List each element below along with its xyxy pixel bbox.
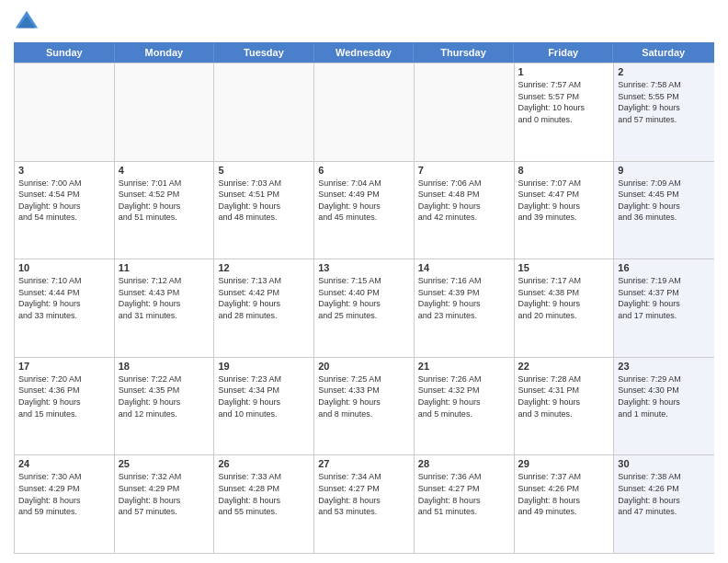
cell-content: Sunrise: 7:10 AM Sunset: 4:44 PM Dayligh… — [18, 275, 110, 321]
calendar-cell-24: 24Sunrise: 7:30 AM Sunset: 4:29 PM Dayli… — [15, 455, 115, 553]
calendar-cell-6: 6Sunrise: 7:04 AM Sunset: 4:49 PM Daylig… — [314, 162, 415, 259]
day-number: 10 — [18, 262, 110, 273]
day-number: 23 — [618, 361, 711, 372]
calendar-cell-20: 20Sunrise: 7:25 AM Sunset: 4:33 PM Dayli… — [314, 358, 415, 455]
calendar-cell-empty — [115, 63, 215, 161]
cell-content: Sunrise: 7:09 AM Sunset: 4:45 PM Dayligh… — [618, 178, 711, 224]
cell-content: Sunrise: 7:06 AM Sunset: 4:48 PM Dayligh… — [418, 178, 510, 224]
day-number: 4 — [119, 165, 210, 176]
page: SundayMondayTuesdayWednesdayThursdayFrid… — [0, 0, 728, 563]
cell-content: Sunrise: 7:16 AM Sunset: 4:39 PM Dayligh… — [418, 275, 510, 321]
calendar-cell-28: 28Sunrise: 7:36 AM Sunset: 4:27 PM Dayli… — [415, 455, 515, 553]
cell-content: Sunrise: 7:58 AM Sunset: 5:55 PM Dayligh… — [618, 79, 711, 125]
cell-content: Sunrise: 7:03 AM Sunset: 4:51 PM Dayligh… — [218, 178, 310, 224]
day-number: 21 — [418, 361, 510, 372]
header-day-tuesday: Tuesday — [214, 43, 314, 62]
cell-content: Sunrise: 7:33 AM Sunset: 4:28 PM Dayligh… — [218, 471, 310, 517]
day-number: 25 — [119, 458, 210, 469]
day-number: 20 — [318, 361, 410, 372]
calendar-cell-29: 29Sunrise: 7:37 AM Sunset: 4:26 PM Dayli… — [515, 455, 615, 553]
calendar-row-2: 3Sunrise: 7:00 AM Sunset: 4:54 PM Daylig… — [15, 161, 714, 259]
day-number: 11 — [119, 262, 210, 273]
cell-content: Sunrise: 7:32 AM Sunset: 4:29 PM Dayligh… — [119, 471, 210, 517]
calendar-cell-empty — [214, 63, 314, 161]
calendar-cell-26: 26Sunrise: 7:33 AM Sunset: 4:28 PM Dayli… — [214, 455, 314, 553]
day-number: 28 — [418, 458, 510, 469]
day-number: 5 — [218, 165, 310, 176]
day-number: 7 — [418, 165, 510, 176]
cell-content: Sunrise: 7:25 AM Sunset: 4:33 PM Dayligh… — [318, 373, 410, 419]
day-number: 18 — [119, 361, 210, 372]
day-number: 12 — [218, 262, 310, 273]
header-day-sunday: Sunday — [15, 43, 115, 62]
calendar-cell-14: 14Sunrise: 7:16 AM Sunset: 4:39 PM Dayli… — [415, 259, 515, 357]
calendar-cell-empty — [314, 63, 415, 161]
header-day-monday: Monday — [115, 43, 215, 62]
calendar-cell-11: 11Sunrise: 7:12 AM Sunset: 4:43 PM Dayli… — [115, 259, 215, 357]
calendar-cell-25: 25Sunrise: 7:32 AM Sunset: 4:29 PM Dayli… — [115, 455, 215, 553]
logo-icon — [14, 9, 40, 35]
day-number: 15 — [518, 262, 610, 273]
cell-content: Sunrise: 7:01 AM Sunset: 4:52 PM Dayligh… — [119, 178, 210, 224]
header — [14, 9, 714, 35]
calendar-cell-16: 16Sunrise: 7:19 AM Sunset: 4:37 PM Dayli… — [614, 259, 714, 357]
calendar-cell-17: 17Sunrise: 7:20 AM Sunset: 4:36 PM Dayli… — [15, 358, 115, 455]
cell-content: Sunrise: 7:23 AM Sunset: 4:34 PM Dayligh… — [218, 373, 310, 419]
day-number: 24 — [18, 458, 110, 469]
cell-content: Sunrise: 7:37 AM Sunset: 4:26 PM Dayligh… — [518, 471, 610, 517]
calendar-cell-19: 19Sunrise: 7:23 AM Sunset: 4:34 PM Dayli… — [214, 358, 314, 455]
calendar-cell-empty — [15, 63, 115, 161]
calendar-cell-22: 22Sunrise: 7:28 AM Sunset: 4:31 PM Dayli… — [515, 358, 615, 455]
cell-content: Sunrise: 7:12 AM Sunset: 4:43 PM Dayligh… — [119, 275, 210, 321]
day-number: 29 — [518, 458, 610, 469]
day-number: 3 — [18, 165, 110, 176]
calendar-cell-13: 13Sunrise: 7:15 AM Sunset: 4:40 PM Dayli… — [314, 259, 415, 357]
cell-content: Sunrise: 7:57 AM Sunset: 5:57 PM Dayligh… — [518, 79, 610, 125]
day-number: 2 — [618, 66, 711, 77]
calendar-cell-18: 18Sunrise: 7:22 AM Sunset: 4:35 PM Dayli… — [115, 358, 215, 455]
day-number: 6 — [318, 165, 410, 176]
calendar-header: SundayMondayTuesdayWednesdayThursdayFrid… — [14, 42, 714, 63]
header-day-saturday: Saturday — [613, 43, 713, 62]
cell-content: Sunrise: 7:22 AM Sunset: 4:35 PM Dayligh… — [119, 373, 210, 419]
cell-content: Sunrise: 7:20 AM Sunset: 4:36 PM Dayligh… — [18, 373, 110, 419]
cell-content: Sunrise: 7:04 AM Sunset: 4:49 PM Dayligh… — [318, 178, 410, 224]
header-day-wednesday: Wednesday — [314, 43, 415, 62]
calendar-cell-4: 4Sunrise: 7:01 AM Sunset: 4:52 PM Daylig… — [115, 162, 215, 259]
day-number: 16 — [618, 262, 711, 273]
calendar-row-1: 1Sunrise: 7:57 AM Sunset: 5:57 PM Daylig… — [15, 63, 714, 161]
day-number: 26 — [218, 458, 310, 469]
cell-content: Sunrise: 7:17 AM Sunset: 4:38 PM Dayligh… — [518, 275, 610, 321]
calendar-cell-30: 30Sunrise: 7:38 AM Sunset: 4:26 PM Dayli… — [614, 455, 714, 553]
day-number: 9 — [618, 165, 711, 176]
calendar-cell-8: 8Sunrise: 7:07 AM Sunset: 4:47 PM Daylig… — [515, 162, 615, 259]
calendar-cell-1: 1Sunrise: 7:57 AM Sunset: 5:57 PM Daylig… — [515, 63, 615, 161]
calendar-cell-9: 9Sunrise: 7:09 AM Sunset: 4:45 PM Daylig… — [614, 162, 714, 259]
logo — [14, 9, 43, 35]
day-number: 27 — [318, 458, 410, 469]
calendar-cell-empty — [415, 63, 515, 161]
cell-content: Sunrise: 7:15 AM Sunset: 4:40 PM Dayligh… — [318, 275, 410, 321]
day-number: 19 — [218, 361, 310, 372]
calendar-cell-7: 7Sunrise: 7:06 AM Sunset: 4:48 PM Daylig… — [415, 162, 515, 259]
calendar: SundayMondayTuesdayWednesdayThursdayFrid… — [14, 42, 714, 554]
day-number: 17 — [18, 361, 110, 372]
calendar-row-3: 10Sunrise: 7:10 AM Sunset: 4:44 PM Dayli… — [15, 259, 714, 357]
day-number: 30 — [618, 458, 711, 469]
day-number: 14 — [418, 262, 510, 273]
cell-content: Sunrise: 7:38 AM Sunset: 4:26 PM Dayligh… — [618, 471, 711, 517]
day-number: 8 — [518, 165, 610, 176]
cell-content: Sunrise: 7:00 AM Sunset: 4:54 PM Dayligh… — [18, 178, 110, 224]
day-number: 13 — [318, 262, 410, 273]
cell-content: Sunrise: 7:13 AM Sunset: 4:42 PM Dayligh… — [218, 275, 310, 321]
cell-content: Sunrise: 7:34 AM Sunset: 4:27 PM Dayligh… — [318, 471, 410, 517]
calendar-row-4: 17Sunrise: 7:20 AM Sunset: 4:36 PM Dayli… — [15, 357, 714, 455]
calendar-cell-21: 21Sunrise: 7:26 AM Sunset: 4:32 PM Dayli… — [415, 358, 515, 455]
calendar-cell-2: 2Sunrise: 7:58 AM Sunset: 5:55 PM Daylig… — [614, 63, 714, 161]
cell-content: Sunrise: 7:36 AM Sunset: 4:27 PM Dayligh… — [418, 471, 510, 517]
header-day-thursday: Thursday — [414, 43, 514, 62]
calendar-row-5: 24Sunrise: 7:30 AM Sunset: 4:29 PM Dayli… — [15, 454, 714, 553]
calendar-cell-3: 3Sunrise: 7:00 AM Sunset: 4:54 PM Daylig… — [15, 162, 115, 259]
calendar-cell-27: 27Sunrise: 7:34 AM Sunset: 4:27 PM Dayli… — [314, 455, 415, 553]
day-number: 22 — [518, 361, 610, 372]
